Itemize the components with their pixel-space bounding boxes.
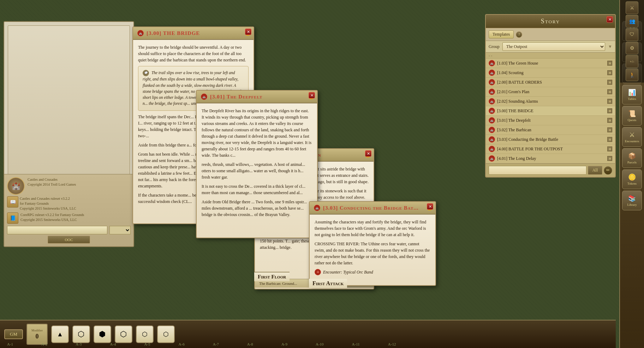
dice-d10[interactable]: ⬡ bbox=[115, 325, 132, 343]
modifier-box: Modifier 0 bbox=[26, 324, 48, 345]
story-group-row: Group The Outpost ▼ bbox=[486, 41, 615, 53]
story-item-3.01[interactable]: 🏰 [3.01] The Deepfelt ⊞ bbox=[486, 116, 615, 125]
grid-coordinates: A-1 A-2 A-3 A-4 A-5 A-6 A-7 A-8 A-9 A-10… bbox=[0, 342, 616, 346]
story-item-icon-3.03: 🏰 bbox=[489, 136, 495, 143]
sidebar-item-quests[interactable]: 📜 Quests bbox=[622, 106, 642, 126]
sidebar-item-library[interactable]: 📚 Library bbox=[622, 191, 642, 210]
sidebar-label-encounters: Encounters bbox=[625, 139, 639, 143]
ooc-btn[interactable]: OOC bbox=[48, 236, 90, 244]
grid-a9: A-9 bbox=[281, 342, 287, 346]
modifier-label: Modifier bbox=[31, 329, 43, 332]
card-conducting-close[interactable]: ✕ bbox=[427, 203, 433, 210]
story-item-icon-4.00: 🏰 bbox=[489, 146, 495, 152]
story-item-expand-3.02[interactable]: ⊞ bbox=[607, 127, 612, 132]
story-item-icon-2.01: 🏰 bbox=[489, 89, 495, 95]
card-deepfelt-close[interactable]: ✕ bbox=[309, 92, 315, 98]
grid-a10: A-10 bbox=[316, 342, 324, 346]
group-select[interactable]: The Outpost bbox=[502, 42, 605, 51]
story-item-icon-2.02: 🏰 bbox=[489, 98, 495, 104]
parcels-icon: 📦 bbox=[628, 152, 636, 160]
story-item-expand-3.00[interactable]: ⊞ bbox=[607, 108, 612, 113]
story-item-label-4.01: [4.01] The Long Delay bbox=[497, 156, 605, 161]
toolbar-btn-shield[interactable]: 🛡 bbox=[626, 28, 638, 41]
card-bridge-title: [3.00] THE BRIDGE bbox=[147, 30, 200, 36]
sidebar-item-parcels[interactable]: 📦 Parcels bbox=[622, 148, 642, 168]
toolbar-btn-users[interactable]: 👥 bbox=[626, 15, 638, 28]
grid-a8: A-8 bbox=[247, 342, 253, 346]
sidebar-label-quests: Quests bbox=[628, 118, 637, 122]
card-deepfelt-icon: 🏰 bbox=[201, 94, 207, 100]
tokens-icon: 🪙 bbox=[628, 173, 636, 181]
grid-a3: A-3 bbox=[76, 342, 82, 346]
story-item-label-4.00: [4.00] BATTLE FOR THE OUTPOST bbox=[497, 146, 605, 152]
dice-d6[interactable]: ⬡ bbox=[72, 325, 90, 343]
toolbar-btn-gear[interactable]: ⚙ bbox=[626, 42, 638, 54]
story-item-1.04[interactable]: 🏰 [1.04] Scouting ⊞ bbox=[486, 68, 615, 78]
card-bridge-close[interactable]: ✕ bbox=[245, 29, 251, 35]
story-item-expand-1.04[interactable]: ⊞ bbox=[607, 70, 612, 75]
card-conducting: 🏰 [3.03] Conducting the Bridge Bat... 🔒 … bbox=[309, 201, 436, 286]
card-conducting-title: [3.03] Conducting the Bridge Bat... bbox=[323, 205, 419, 211]
dice-d4[interactable]: ▲ bbox=[51, 325, 69, 343]
story-item-2.00[interactable]: 🏰 [2.00] BATTLE ORDERS ⊞ bbox=[486, 78, 615, 87]
story-item-1.03[interactable]: 🏰 [1.03] The Green House ⊞ bbox=[486, 59, 615, 68]
sidebar-item-encounters[interactable]: ⚔ Encounters bbox=[622, 127, 642, 147]
sidebar-label-tokens: Tokens bbox=[627, 182, 637, 185]
footer-icon-1: 📖 bbox=[7, 196, 18, 208]
card-conducting-icon: 🏰 bbox=[314, 205, 320, 211]
story-close-btn[interactable]: ✕ bbox=[607, 16, 613, 23]
toolbar-btn-sword[interactable]: ⚔ bbox=[626, 1, 638, 14]
story-item-icon-1.04: 🏰 bbox=[489, 70, 495, 76]
story-item-3.03[interactable]: 🏰 [3.03] Conducting the Bridge Battle ⊞ bbox=[486, 135, 615, 144]
encounters-icon: ⚔ bbox=[629, 131, 635, 139]
story-item-expand-3.03[interactable]: ⊞ bbox=[607, 137, 612, 142]
toolbar-btn-walk[interactable]: 🚶 bbox=[626, 68, 638, 81]
story-toolbar: Templates ? bbox=[486, 28, 615, 41]
dice-d8[interactable]: ⬢ bbox=[94, 325, 111, 343]
story-item-expand-4.01[interactable]: ⊞ bbox=[607, 156, 612, 161]
card-barbican-close[interactable]: ✕ bbox=[365, 150, 371, 157]
card-deepfelt-p4: Aside from Old Bridge there ... Two ford… bbox=[202, 199, 312, 218]
sidebar-label-tables: Tables bbox=[628, 97, 636, 101]
left-panel-input[interactable] bbox=[7, 226, 107, 234]
story-title: Story bbox=[486, 15, 615, 28]
story-item-expand-4.00[interactable]: ⊞ bbox=[607, 146, 612, 151]
story-list: 🏰 [1.03] The Green House ⊞ 🏰 [1.04] Scou… bbox=[486, 59, 615, 163]
grid-a1: A-1 bbox=[7, 342, 13, 346]
story-item-3.02[interactable]: 🏰 [3.02] The Barbican ⊞ bbox=[486, 125, 615, 135]
grid-a5: A-5 bbox=[144, 342, 150, 346]
story-item-expand-2.01[interactable]: ⊞ bbox=[607, 89, 612, 94]
toolbar-btn-plusminus[interactable]: +/- bbox=[626, 55, 638, 68]
card-bridge-icon: 🏰 bbox=[137, 30, 144, 36]
dice-d12[interactable]: ⬡ bbox=[136, 325, 154, 343]
card-conducting-p2: CROSSING THE RIVER: The Uthine orcs fear… bbox=[315, 241, 430, 266]
story-item-2.01[interactable]: 🏰 [2.01] Grom's Plan ⊞ bbox=[486, 87, 615, 97]
story-item-label-1.04: [1.04] Scouting bbox=[497, 70, 605, 76]
story-item-4.01[interactable]: 🏰 [4.01] The Long Delay ⊞ bbox=[486, 154, 615, 163]
quests-icon: 📜 bbox=[628, 110, 636, 118]
dice-d20[interactable]: ⬡ bbox=[157, 325, 175, 343]
grid-a12: A-12 bbox=[388, 342, 396, 346]
story-item-expand-2.02[interactable]: ⊞ bbox=[607, 99, 612, 104]
card-conducting-body: Assuming the characters stay and fortify… bbox=[310, 215, 435, 282]
story-search-input[interactable] bbox=[489, 166, 586, 175]
story-all-btn[interactable]: All bbox=[588, 166, 602, 175]
story-edit-btn[interactable]: ✏ bbox=[604, 166, 612, 175]
modifier-value: 0 bbox=[35, 333, 38, 340]
story-item-2.02[interactable]: 🏰 [2.02] Sounding Alarms ⊞ bbox=[486, 97, 615, 106]
story-help-btn[interactable]: ? bbox=[516, 31, 522, 38]
right-sidebar: ⚔ 👥 🛡 ⚙ +/- 🚶 ✉ Letters 📝 Notes 🗺 Maps 📊… bbox=[619, 0, 644, 348]
sidebar-item-tokens[interactable]: 🪙 Tokens bbox=[622, 169, 642, 189]
templates-button[interactable]: Templates bbox=[489, 30, 514, 38]
story-item-expand-1.03[interactable]: ⊞ bbox=[607, 61, 612, 66]
left-panel-select[interactable] bbox=[109, 226, 131, 234]
sidebar-item-tables[interactable]: 📊 Tables bbox=[622, 85, 642, 104]
story-item-expand-2.00[interactable]: ⊞ bbox=[607, 80, 612, 85]
story-item-3.00[interactable]: 🏰 [3.00] THE BRIDGE ⊞ bbox=[486, 106, 615, 116]
story-item-4.00[interactable]: 🏰 [4.00] BATTLE FOR THE OUTPOST ⊞ bbox=[486, 144, 615, 154]
group-arrow-icon: ▼ bbox=[608, 44, 612, 49]
story-item-label-3.03: [3.03] Conducting the Bridge Battle bbox=[497, 137, 605, 142]
story-item-expand-3.01[interactable]: ⊞ bbox=[607, 118, 612, 123]
first-floor-label: First Floor bbox=[254, 272, 290, 281]
library-icon: 📚 bbox=[628, 194, 636, 202]
